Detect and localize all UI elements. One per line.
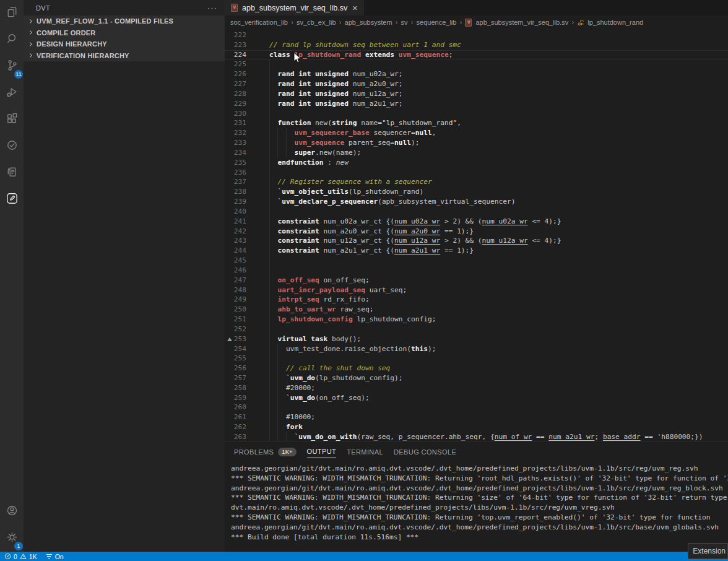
code-line[interactable]: 242 constraint num_a2u0_wr_ct {(num_a2u0… [225, 227, 728, 237]
code-text: rand int unsigned num_u02a_wr; [269, 69, 403, 79]
line-number: 223 [225, 40, 246, 50]
code-line[interactable]: 246 [225, 266, 728, 276]
line-number: 229 [225, 99, 246, 109]
sidebar-item-explorer[interactable] [0, 0, 24, 27]
code-line[interactable]: 247 on_off_seq on_off_seq; [225, 276, 728, 285]
code-line[interactable]: 232 uvm_sequencer_base sequencer=null, [225, 128, 728, 138]
code-line[interactable]: 254 uvm_test_done.raise_objection(this); [225, 344, 728, 354]
breadcrumb-item[interactable]: soc_verification_lib [230, 19, 288, 26]
output-log[interactable]: andreea.georgian/git/dvt.main/ro.amiq.dv… [225, 462, 728, 552]
problems-status[interactable]: 0 1K [4, 553, 37, 560]
breadcrumb-item[interactable]: lp_shutdown_rand [587, 19, 643, 26]
tab-bar: apb_subsystem_vir_seq_lib.sv × [225, 0, 728, 15]
tree-item[interactable]: VERIFICATION HIERARCHY [24, 50, 225, 62]
indent-guide [277, 402, 278, 412]
code-line[interactable]: 237 // Register sequence with a sequence… [225, 177, 728, 187]
code-line[interactable]: 244 constraint num_a2u1_wr_ct {(num_a2u1… [225, 246, 728, 256]
filter-status[interactable]: On [46, 553, 64, 560]
code-text: uart_incr_payload_seq uart_seq; [269, 285, 407, 295]
sidebar-item-source-control[interactable]: 11 [0, 53, 24, 80]
code-line[interactable]: 231 function new(string name="lp_shutdow… [225, 118, 728, 128]
code-line[interactable]: 263 `uvm_do_on_with(raw_seq, p_sequencer… [225, 432, 728, 441]
code-line[interactable]: 229 rand int unsigned num_a2u1_wr; [225, 99, 728, 109]
code-text: ahb_to_uart_wr raw_seq; [269, 305, 373, 315]
panel-tab-debug-console[interactable]: DEBUG CONSOLE [394, 441, 456, 462]
code-line[interactable]: 230 [225, 109, 728, 119]
code-text: super.new(name); [269, 148, 361, 158]
code-line[interactable]: 225 [225, 59, 728, 69]
panel-tab-problems[interactable]: PROBLEMS1K+ [234, 441, 297, 462]
code-line[interactable]: 245 [225, 256, 728, 266]
code-line[interactable]: 239 `uvm_declare_p_sequencer(apb_subsyst… [225, 197, 728, 207]
sidebar-item-search[interactable] [0, 27, 24, 53]
code-line[interactable]: 224class lp_shutdown_rand extends uvm_se… [225, 50, 728, 60]
sidebar-item-dvt-tools[interactable] [0, 186, 24, 213]
tree-item[interactable]: COMPILE ORDER [24, 27, 225, 39]
tree-item[interactable]: DESIGN HIERARCHY [24, 38, 225, 50]
output-line: *** SEMANTIC WARNING: WIDTH_MISMATCH_TRU… [231, 474, 728, 484]
tab-close-icon[interactable]: × [352, 4, 358, 12]
sidebar-item-dvt-verification[interactable] [0, 133, 24, 160]
code-line[interactable]: 251 lp_shutdown_config lp_shutdown_confi… [225, 315, 728, 324]
run-debug-icon [5, 85, 19, 102]
sidebar-item-run-debug[interactable] [0, 80, 24, 107]
code-text: constraint num_a2u1_wr_ct {(num_a2u1_wr … [269, 246, 474, 256]
sidebar-item-dvt-trace[interactable] [0, 160, 24, 186]
code-line[interactable]: 253 virtual task body(); [225, 334, 728, 344]
line-number: 239 [225, 197, 246, 207]
code-editor[interactable]: 222223// rand lp shutdown seq between ua… [225, 29, 728, 441]
code-line[interactable]: 248 uart_incr_payload_seq uart_seq; [225, 285, 728, 295]
code-line[interactable]: 226 rand int unsigned num_u02a_wr; [225, 69, 728, 79]
code-line[interactable]: 227 rand int unsigned num_a2u0_wr; [225, 79, 728, 89]
code-line[interactable]: 255 [225, 354, 728, 363]
line-number: 224 [225, 50, 246, 60]
tree-item[interactable]: UVM_REF_FLOW_1.1 - COMPILED FILES [24, 15, 225, 27]
code-line[interactable]: 228 rand int unsigned num_u12a_wr; [225, 89, 728, 99]
code-line[interactable]: 235 endfunction : new [225, 158, 728, 168]
code-line[interactable]: 257 `uvm_do(lp_shutdown_config); [225, 373, 728, 383]
panel-tab-bar: PROBLEMS1K+OUTPUTTERMINALDEBUG CONSOLE [225, 441, 728, 462]
code-line[interactable]: 258 #20000; [225, 383, 728, 393]
tab-file[interactable]: apb_subsystem_vir_seq_lib.sv × [225, 0, 364, 15]
line-number: 242 [225, 227, 246, 237]
indent-guide [269, 256, 270, 266]
code-line[interactable]: 234 super.new(name); [225, 148, 728, 158]
breadcrumb-item[interactable]: apb_subsystem_vir_seq_lib.sv [475, 19, 568, 26]
code-line[interactable]: 236 [225, 168, 728, 178]
code-text: lp_shutdown_config lp_shutdown_config; [269, 315, 436, 324]
breadcrumb-item[interactable]: sv [401, 19, 408, 26]
panel-tab-terminal[interactable]: TERMINAL [347, 441, 383, 462]
line-number: 231 [225, 118, 246, 128]
accounts-button[interactable] [0, 498, 24, 525]
panel-tab-output[interactable]: OUTPUT [307, 441, 337, 462]
sidebar-item-extensions[interactable] [0, 107, 24, 133]
editor-group: apb_subsystem_vir_seq_lib.sv × soc_verif… [225, 0, 728, 441]
filter-icon [46, 554, 53, 559]
code-line[interactable]: 259 `uvm_do(on_off_seq); [225, 393, 728, 403]
code-line[interactable]: 241 constraint num_u02a_wr_ct {(num_u02a… [225, 217, 728, 227]
code-line[interactable]: 250 ahb_to_uart_wr raw_seq; [225, 305, 728, 315]
code-line[interactable]: 240 [225, 207, 728, 217]
code-line[interactable]: 261 #10000; [225, 412, 728, 422]
breadcrumb-item[interactable]: sv_cb_ex_lib [297, 19, 336, 26]
settings-button[interactable]: 1 [0, 525, 24, 552]
code-line[interactable]: 222 [225, 30, 728, 40]
breadcrumb-item[interactable]: apb_subsystem [345, 19, 392, 26]
code-line[interactable]: 260 [225, 402, 728, 412]
code-line[interactable]: 249 intrpt_seq rd_rx_fifo; [225, 295, 728, 305]
status-bar: 0 1K On [0, 552, 728, 561]
code-line[interactable]: 233 uvm_sequence parent_seq=null); [225, 138, 728, 148]
error-icon [4, 553, 11, 560]
line-number: 230 [225, 109, 246, 119]
code-line[interactable]: 252 [225, 324, 728, 334]
indent-guide [269, 324, 270, 334]
code-line[interactable]: 223// rand lp shutdown seq between uart … [225, 40, 728, 50]
breadcrumb-separator: › [571, 18, 574, 27]
sidebar-more-actions-icon[interactable]: ··· [207, 3, 217, 12]
code-line[interactable]: 238 `uvm_object_utils(lp_shutdown_rand) [225, 187, 728, 197]
code-line[interactable]: 243 constraint num_u12a_wr_ct {(num_u12a… [225, 236, 728, 246]
code-line[interactable]: 256 // call the shut down seq [225, 363, 728, 373]
breadcrumb-item[interactable]: sequence_lib [417, 19, 457, 26]
code-line[interactable]: 262 fork [225, 422, 728, 432]
code-text: rand int unsigned num_u12a_wr; [269, 89, 403, 99]
